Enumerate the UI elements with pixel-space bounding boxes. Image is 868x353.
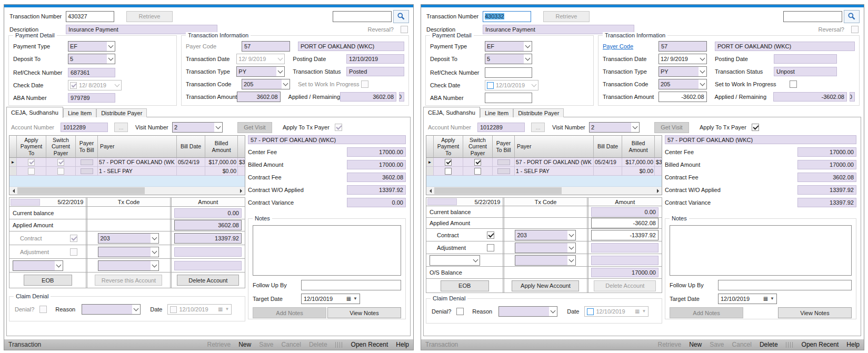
scrollbar-track[interactable] — [434, 187, 654, 195]
adjustment-checkbox[interactable] — [487, 244, 494, 251]
extra-code-dropdown[interactable] — [98, 260, 159, 271]
switch-payer-checkbox[interactable] — [474, 168, 481, 175]
denial-date-checkbox[interactable] — [587, 308, 594, 315]
scrollbar-thumb[interactable] — [17, 187, 145, 194]
notes-textarea[interactable] — [670, 225, 852, 276]
adjustment-checkbox[interactable] — [70, 248, 77, 256]
eob-button[interactable]: EOB — [24, 275, 72, 286]
status-open-recent[interactable]: Open Recent — [802, 341, 839, 348]
denial-date-checkbox[interactable] — [170, 306, 177, 313]
horizontal-scrollbar[interactable] — [426, 187, 662, 195]
transaction-amount-field[interactable]: -3602.08 — [659, 92, 707, 102]
status-save[interactable]: Save — [710, 341, 724, 348]
horizontal-scrollbar[interactable] — [9, 187, 245, 195]
status-help[interactable]: Help — [396, 341, 409, 348]
search-button[interactable] — [844, 10, 860, 23]
tab-distribute-payer[interactable]: Distribute Payer — [513, 108, 564, 117]
apply-new-account-button[interactable]: Apply New Account — [512, 280, 579, 291]
target-date-picker[interactable]: 12/10/2019 ▦▼ — [718, 294, 777, 304]
table-row[interactable]: ► 57 - PORT OF OAKLAND (WK 05/24/19 $17,… — [9, 158, 245, 167]
apply-tx-payer-checkbox[interactable] — [335, 124, 342, 131]
scroll-right-button[interactable] — [237, 187, 245, 195]
set-wip-checkbox[interactable] — [361, 80, 368, 88]
status-delete[interactable]: Delete — [309, 341, 327, 348]
status-new[interactable]: New — [238, 341, 251, 348]
status-save[interactable]: Save — [259, 341, 273, 348]
table-row[interactable]: 1 - SELF PAY $0.00 — [9, 167, 245, 176]
denial-checkbox[interactable] — [456, 308, 464, 315]
set-wip-checkbox[interactable] — [790, 80, 797, 88]
reason-dropdown[interactable] — [498, 306, 557, 317]
apply-tx-payer-checkbox[interactable] — [752, 124, 759, 131]
status-retrieve[interactable]: Retrieve — [657, 341, 681, 348]
tab-line-item[interactable]: Line Item — [63, 108, 96, 117]
scrollbar-thumb[interactable] — [434, 187, 562, 194]
visit-number-dropdown[interactable]: 2 — [172, 122, 223, 133]
status-open-recent[interactable]: Open Recent — [351, 341, 388, 348]
reversal-checkbox[interactable] — [401, 26, 408, 33]
contract-code-dropdown[interactable]: 203 — [515, 230, 576, 240]
extra-type-dropdown[interactable] — [13, 260, 63, 271]
check-date-checkbox[interactable] — [487, 82, 494, 89]
scrollbar-track[interactable] — [17, 187, 237, 195]
denial-date-picker[interactable]: 12/10/2019 ▦▼ — [167, 304, 232, 315]
table-row[interactable]: ► 57 - PORT OF OAKLAND (WK 05/24/19 $17,… — [426, 158, 662, 167]
get-visit-button[interactable]: Get Visit — [654, 122, 689, 133]
contract-amount-field[interactable]: -13397.92 — [591, 230, 659, 240]
add-notes-button[interactable]: Add Notes — [670, 307, 743, 318]
applied-amount-field[interactable]: -3602.08 — [591, 218, 659, 228]
payer-to-bill-cell[interactable] — [497, 168, 510, 174]
contract-code-dropdown[interactable]: 203 — [98, 233, 159, 244]
payer-to-bill-cell[interactable] — [497, 159, 510, 165]
status-help[interactable]: Help — [846, 341, 860, 348]
notes-textarea[interactable] — [253, 225, 401, 276]
payment-type-dropdown[interactable]: EF — [485, 41, 532, 52]
view-notes-button[interactable]: View Notes — [327, 307, 401, 318]
reverse-account-button[interactable]: Reverse this Account — [95, 275, 162, 286]
transaction-code-dropdown[interactable]: 205 — [659, 79, 707, 89]
transaction-type-dropdown[interactable]: PY — [236, 66, 285, 77]
transaction-type-dropdown[interactable]: PY — [659, 66, 707, 77]
retrieve-button[interactable]: Retrieve — [126, 11, 173, 22]
apply-payment-checkbox[interactable] — [28, 168, 35, 175]
delete-account-button[interactable]: Delete Account — [594, 280, 656, 291]
status-new[interactable]: New — [689, 341, 702, 348]
get-visit-button[interactable]: Get Visit — [237, 122, 272, 133]
eob-button[interactable]: EOB — [441, 280, 489, 291]
ref-check-field[interactable] — [485, 67, 532, 78]
table-row[interactable]: 1 - SELF PAY $0.00 — [426, 167, 662, 176]
adjustment-code-dropdown[interactable] — [515, 243, 576, 253]
account-lookup-button[interactable]: ... — [114, 123, 128, 132]
deposit-to-dropdown[interactable]: 5 — [485, 54, 532, 64]
search-input[interactable] — [783, 11, 842, 22]
check-date-picker[interactable]: 12/ 8/2019 — [68, 80, 122, 90]
reversal-checkbox[interactable] — [851, 26, 859, 33]
scroll-left-button[interactable] — [426, 187, 434, 195]
search-button[interactable] — [393, 10, 409, 23]
payer-to-bill-cell[interactable] — [81, 159, 93, 165]
add-notes-button[interactable]: Add Notes — [253, 307, 326, 318]
contract-checkbox[interactable] — [70, 235, 77, 242]
denial-checkbox[interactable] — [39, 306, 47, 313]
extra-code-dropdown[interactable] — [515, 255, 576, 266]
reason-dropdown[interactable] — [82, 304, 141, 315]
delete-account-button[interactable]: Delete Account — [177, 275, 239, 286]
apply-payment-checkbox[interactable] — [445, 168, 452, 175]
status-delete[interactable]: Delete — [760, 341, 778, 348]
contract-checkbox[interactable] — [487, 231, 494, 239]
visit-number-dropdown[interactable]: 2 — [589, 122, 640, 133]
aba-number-field[interactable] — [485, 93, 532, 103]
tab-line-item[interactable]: Line Item — [480, 108, 513, 117]
switch-payer-checkbox[interactable] — [474, 159, 481, 166]
follow-up-input[interactable] — [301, 280, 401, 290]
transaction-number-input[interactable]: 430332 — [483, 11, 531, 22]
scroll-left-button[interactable] — [9, 187, 17, 195]
payer-code-link[interactable]: Payer Code — [603, 43, 659, 49]
status-retrieve[interactable]: Retrieve — [207, 341, 231, 348]
payer-to-bill-cell[interactable] — [81, 168, 93, 174]
check-date-picker[interactable]: 12/10/2019 — [485, 80, 538, 90]
apply-payment-checkbox[interactable] — [445, 159, 452, 166]
adjustment-code-dropdown[interactable] — [98, 247, 159, 257]
apply-payment-checkbox[interactable] — [28, 159, 35, 166]
tab-patient[interactable]: CEJA, Sudhanshu — [6, 107, 63, 118]
